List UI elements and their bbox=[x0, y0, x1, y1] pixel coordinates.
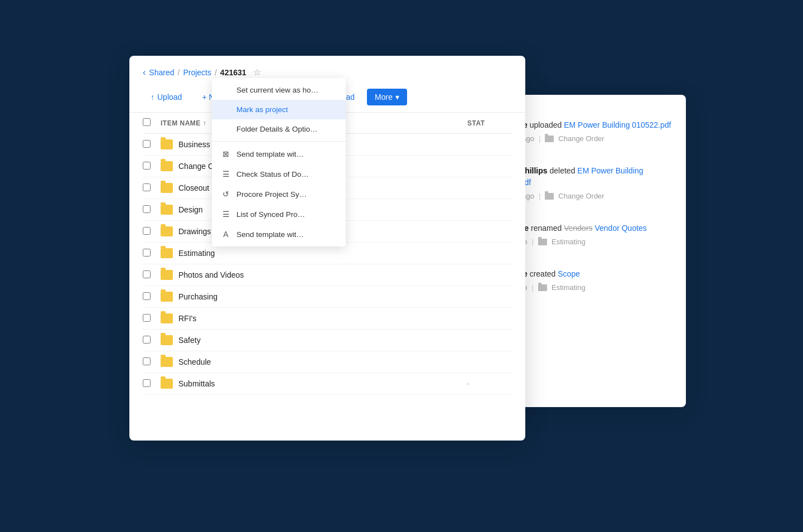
folder-icon bbox=[161, 335, 173, 345]
activity-folder: Estimating bbox=[552, 238, 586, 246]
upload-label: Upload bbox=[157, 93, 182, 101]
back-icon[interactable]: ‹ bbox=[143, 67, 146, 78]
row-checkbox[interactable] bbox=[143, 357, 151, 365]
dropdown-item[interactable]: Set current view as ho… bbox=[212, 80, 346, 100]
status-col: STAT bbox=[467, 119, 512, 127]
folder-icon bbox=[161, 161, 173, 171]
dropdown-item-icon: ⊠ bbox=[221, 149, 231, 158]
breadcrumb-sep1: / bbox=[177, 68, 180, 77]
dropdown-item[interactable]: Mark as project bbox=[212, 100, 346, 119]
folder-label: RFI's bbox=[178, 314, 196, 323]
dropdown-items: Set current view as ho… Mark as project … bbox=[212, 80, 346, 244]
activity-link[interactable]: EM Power Building 010522.pdf bbox=[564, 120, 671, 129]
folder-icon bbox=[161, 379, 173, 389]
breadcrumb-current: 421631 bbox=[220, 68, 246, 77]
row-checkbox-col bbox=[143, 249, 161, 258]
row-checkbox-col bbox=[143, 379, 161, 389]
dropdown-item-icon: ☰ bbox=[221, 210, 231, 219]
dropdown-item-icon: A bbox=[221, 230, 231, 239]
row-checkbox[interactable] bbox=[143, 336, 151, 344]
folder-name: Schedule bbox=[161, 357, 467, 367]
folder-name: Purchasing bbox=[161, 292, 467, 302]
folder-icon bbox=[161, 292, 173, 302]
row-checkbox[interactable] bbox=[143, 379, 151, 387]
folder-label: Photos and Videos bbox=[178, 270, 244, 279]
row-checkbox-col bbox=[143, 357, 161, 367]
folder-small-icon bbox=[545, 193, 554, 200]
star-icon[interactable]: ☆ bbox=[253, 67, 261, 78]
table-row[interactable]: Submittals - bbox=[143, 373, 512, 395]
dropdown-item[interactable]: Folder Details & Optio… bbox=[212, 119, 346, 139]
activity-folder: Change Order bbox=[558, 134, 604, 143]
select-all-checkbox[interactable] bbox=[143, 118, 151, 126]
row-checkbox-col bbox=[143, 140, 161, 149]
row-checkbox[interactable] bbox=[143, 270, 151, 278]
activity-folder: Change Order bbox=[558, 192, 604, 200]
row-checkbox[interactable] bbox=[143, 249, 151, 257]
folder-label: Safety bbox=[178, 336, 201, 345]
folder-icon bbox=[161, 248, 173, 258]
row-checkbox[interactable] bbox=[143, 183, 151, 191]
dropdown-item[interactable]: ☰ List of Synced Pro… bbox=[212, 204, 346, 224]
folder-icon bbox=[161, 313, 173, 323]
folder-label: Design bbox=[178, 205, 203, 214]
folder-name: Safety bbox=[161, 335, 467, 345]
folder-icon bbox=[161, 205, 173, 215]
upload-icon: ↑ bbox=[151, 93, 154, 101]
activity-link[interactable]: Scope bbox=[558, 269, 580, 278]
row-checkbox-col bbox=[143, 162, 161, 171]
dropdown-item[interactable]: ☰ Check Status of Do… bbox=[212, 164, 346, 184]
row-checkbox[interactable] bbox=[143, 227, 151, 235]
row-checkbox-col bbox=[143, 183, 161, 193]
old-name: Vendors bbox=[564, 224, 592, 233]
table-row[interactable]: Photos and Videos bbox=[143, 264, 512, 286]
folder-icon bbox=[161, 357, 173, 367]
row-checkbox-col bbox=[143, 314, 161, 323]
folder-name: Submittals bbox=[161, 379, 467, 389]
folder-label: Schedule bbox=[178, 357, 211, 366]
table-row[interactable]: Safety bbox=[143, 330, 512, 351]
row-checkbox-col bbox=[143, 227, 161, 236]
folder-name: RFI's bbox=[161, 313, 467, 323]
table-row[interactable]: Purchasing bbox=[143, 286, 512, 308]
table-row[interactable]: RFI's bbox=[143, 308, 512, 330]
dropdown-item[interactable]: ⊠ Send template wit… bbox=[212, 144, 346, 164]
table-row[interactable]: Schedule bbox=[143, 351, 512, 373]
folder-name: Estimating bbox=[161, 248, 467, 258]
row-checkbox-col bbox=[143, 336, 161, 345]
pipe: | bbox=[532, 238, 534, 246]
pipe: | bbox=[532, 283, 534, 292]
more-button[interactable]: More ▾ bbox=[367, 89, 407, 105]
folder-label: Submittals bbox=[178, 379, 215, 388]
row-checkbox-col bbox=[143, 270, 161, 280]
dropdown-item-label: Check Status of Do… bbox=[236, 170, 309, 178]
dropdown-item-label: Procore Project Sy… bbox=[236, 190, 307, 199]
dropdown-item-label: Send template wit… bbox=[236, 230, 304, 239]
row-checkbox[interactable] bbox=[143, 205, 151, 213]
dropdown-item[interactable]: A Send template wit… bbox=[212, 224, 346, 244]
dropdown-item[interactable]: ↺ Procore Project Sy… bbox=[212, 184, 346, 204]
sort-icon: ↑ bbox=[203, 119, 207, 127]
row-checkbox[interactable] bbox=[143, 292, 151, 300]
pipe: | bbox=[539, 192, 540, 200]
row-checkbox-col bbox=[143, 205, 161, 215]
folder-label: Closeout bbox=[178, 183, 209, 192]
dropdown-item-label: Folder Details & Optio… bbox=[236, 125, 318, 133]
breadcrumb-projects[interactable]: Projects bbox=[183, 68, 211, 77]
folder-icon bbox=[161, 226, 173, 236]
row-checkbox[interactable] bbox=[143, 162, 151, 170]
dropdown-item-icon: ☰ bbox=[221, 170, 231, 178]
activity-link[interactable]: Vendor Quotes bbox=[594, 224, 646, 233]
dropdown-item-label: Set current view as ho… bbox=[236, 86, 318, 94]
more-dropdown: Set current view as ho… Mark as project … bbox=[212, 78, 346, 246]
row-checkbox[interactable] bbox=[143, 140, 151, 148]
row-checkbox-col bbox=[143, 292, 161, 302]
upload-button[interactable]: ↑ Upload bbox=[143, 89, 190, 105]
row-checkbox[interactable] bbox=[143, 314, 151, 322]
breadcrumb-shared[interactable]: Shared bbox=[149, 68, 174, 77]
dropdown-item-label: Mark as project bbox=[236, 105, 288, 114]
activity-folder: Estimating bbox=[552, 283, 586, 292]
folder-small-icon bbox=[538, 239, 547, 245]
header-checkbox-col bbox=[143, 118, 161, 128]
dropdown-item-label: Send template wit… bbox=[236, 150, 304, 158]
